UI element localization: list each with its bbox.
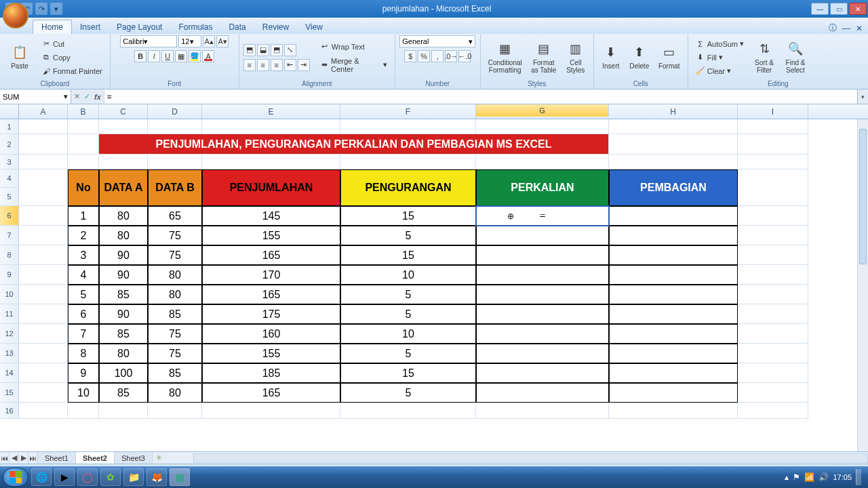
cell-no[interactable]: 1 [68,206,99,226]
fx-icon[interactable]: fx [94,93,101,101]
expand-formula-bar-icon[interactable]: ▾ [857,89,868,104]
font-color-button[interactable]: A [202,50,214,62]
font-name-select[interactable]: Calibri ▾ [120,35,177,47]
cell[interactable] [476,119,609,134]
cell-sum[interactable]: 175 [202,304,340,324]
cell-div[interactable] [609,344,738,363]
taskbar-app-icon[interactable]: ◯ [77,468,98,486]
cell-div[interactable] [609,304,738,324]
sheet-tab-3[interactable]: Sheet3 [115,452,153,464]
cell-mul[interactable] [476,363,609,383]
cell[interactable] [738,226,808,245]
align-bottom-button[interactable]: ⬒ [271,44,283,56]
tab-page-layout[interactable]: Page Layout [108,20,170,34]
comma-button[interactable]: , [431,50,443,62]
cell-sum[interactable]: 165 [202,285,340,304]
insert-cells-button[interactable]: ⬇Insert [598,43,624,71]
cell-data-b[interactable]: 85 [148,363,202,383]
cell-data-a[interactable]: 80 [99,206,148,226]
cell[interactable] [340,155,476,169]
taskbar-app-icon[interactable]: ✿ [100,468,121,486]
format-painter-button[interactable]: 🖌Format Painter [38,65,106,77]
start-button[interactable] [3,468,28,487]
title-banner[interactable]: PENJUMLAHAN, PENGURANGAN PERKALIAN DAN P… [99,134,609,155]
cell[interactable] [19,285,68,304]
cell-sum[interactable]: 185 [202,363,340,383]
redo-icon[interactable]: ↷ [35,3,47,15]
delete-cells-button[interactable]: ⬆Delete [627,43,652,71]
cell[interactable] [19,155,68,169]
cell[interactable] [738,245,808,265]
cell-data-b[interactable]: 75 [148,324,202,344]
cell-mul[interactable]: =⊕ [476,206,609,226]
cell-data-a[interactable]: 80 [99,226,148,245]
cell[interactable] [19,206,68,226]
shrink-font-button[interactable]: A▾ [216,35,229,47]
cell-sub[interactable]: 15 [340,206,476,226]
cell-data-b[interactable]: 75 [148,245,202,265]
cell-data-a[interactable]: 90 [99,245,148,265]
cell-data-a[interactable]: 85 [99,383,148,403]
cell-sub[interactable]: 10 [340,265,476,285]
align-top-button[interactable]: ⬒ [243,44,256,56]
cell[interactable] [68,403,99,419]
cell-sum[interactable]: 165 [202,245,340,265]
name-box[interactable]: SUM▾ [0,89,71,104]
cell-mul[interactable] [476,324,609,344]
cell-data-b[interactable]: 65 [148,206,202,226]
cell[interactable] [202,403,340,419]
cell-sub[interactable]: 10 [340,324,476,344]
cell-mul[interactable] [476,226,609,245]
cell[interactable] [19,304,68,324]
cell-mul[interactable] [476,265,609,285]
row-header[interactable]: 9 [0,265,19,285]
close-button[interactable]: ✕ [849,3,867,15]
cell-sum[interactable]: 145 [202,206,340,226]
cell[interactable] [609,119,738,134]
autosum-button[interactable]: ΣAutoSum ▾ [692,38,747,50]
cell-data-a[interactable]: 85 [99,324,148,344]
cell-mul[interactable] [476,285,609,304]
cell[interactable] [19,134,68,155]
row-header[interactable]: 7 [0,226,19,245]
cell-data-a[interactable]: 80 [99,344,148,363]
sheet-nav-next-icon[interactable]: ▶ [19,452,28,464]
fill-color-button[interactable]: 🪣 [189,50,201,62]
sheet-nav-prev-icon[interactable]: ◀ [9,452,19,464]
decrease-decimal-button[interactable]: ←.0 [458,50,471,62]
bold-button[interactable]: B [134,50,146,62]
cell[interactable] [738,206,808,226]
select-all-corner[interactable] [0,104,19,119]
cell-div[interactable] [609,324,738,344]
cell[interactable] [99,119,148,134]
align-left-button[interactable]: ≡ [243,59,256,71]
row-header[interactable]: 11 [0,304,19,324]
format-as-table-button[interactable]: ▤Format as Table [528,40,559,75]
cell[interactable] [609,403,738,419]
spreadsheet-grid[interactable]: A B C D E F G H I 12PENJUMLAHAN, PENGURA… [0,104,868,451]
number-format-select[interactable]: General ▾ [399,35,475,47]
cell-sub[interactable]: 15 [340,245,476,265]
cell-no[interactable]: 6 [68,304,99,324]
border-button[interactable]: ▦ [175,50,187,62]
cell[interactable] [19,169,68,206]
cell[interactable] [738,344,808,363]
cell-styles-button[interactable]: ▥Cell Styles [562,40,589,75]
fill-button[interactable]: ⬇Fill ▾ [692,52,747,64]
cell-mul[interactable] [476,383,609,403]
row-header[interactable]: 13 [0,344,19,363]
cell-data-b[interactable]: 80 [148,285,202,304]
horizontal-scrollbar[interactable] [193,452,868,464]
col-header-g[interactable]: G [476,104,609,117]
formula-input[interactable]: = [104,89,857,104]
enter-formula-icon[interactable]: ✓ [84,92,90,101]
cell[interactable] [340,119,476,134]
cell-no[interactable]: 7 [68,324,99,344]
cell[interactable] [609,134,738,155]
font-size-select[interactable]: 12 ▾ [178,35,201,47]
cell-sum[interactable]: 160 [202,324,340,344]
maximize-button[interactable]: ▭ [830,3,848,15]
tray-volume-icon[interactable]: 🔊 [818,472,829,482]
taskbar-explorer-icon[interactable]: 📁 [123,468,144,486]
row-header[interactable]: 10 [0,285,19,304]
